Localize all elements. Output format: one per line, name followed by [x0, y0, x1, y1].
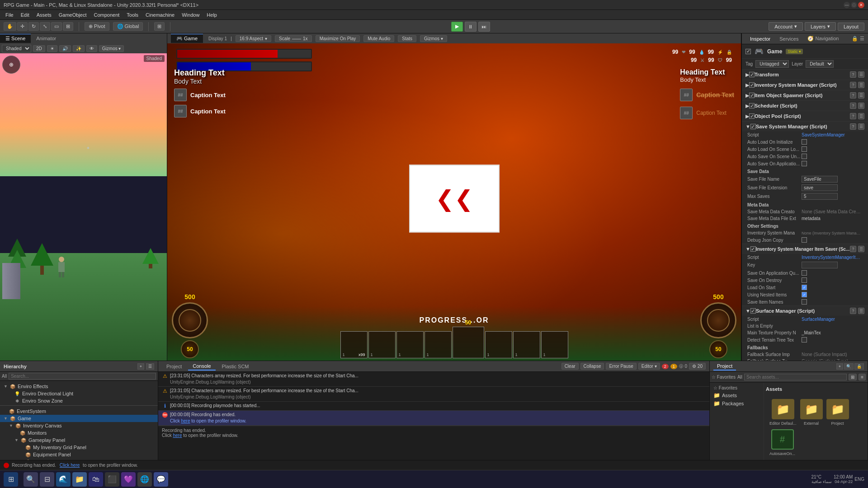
save-on-destroy-checkbox[interactable]: [802, 277, 807, 283]
saver-checkbox[interactable]: ✓: [750, 246, 756, 252]
clear-button[interactable]: Clear: [561, 363, 579, 370]
minimize-button[interactable]: —: [844, 2, 850, 8]
project-top-tab[interactable]: Project: [162, 363, 186, 370]
item-saver-header[interactable]: ▼ ✓ Inventory System Manager Item Saver …: [742, 244, 868, 254]
hotbar-slot-4[interactable]: 1: [425, 331, 452, 358]
hierarchy-item-game[interactable]: ▼ 📦 Game: [0, 415, 158, 422]
debug-json-checkbox[interactable]: [802, 237, 807, 243]
play-button[interactable]: ▶: [451, 22, 463, 32]
project-tab[interactable]: Project: [713, 362, 736, 371]
menu-edit[interactable]: Edit: [17, 11, 33, 19]
hierarchy-item-directional-light[interactable]: ▶ 💡 Enviro Directional Light: [0, 390, 158, 397]
move-tool[interactable]: ✛: [17, 22, 28, 31]
game-view-tab[interactable]: 🎮 Game: [171, 34, 203, 43]
gameobject-active-checkbox[interactable]: ✓: [745, 49, 751, 54]
transform-menu-icon[interactable]: ☰: [858, 71, 864, 78]
navigation-tab[interactable]: 🧭 Navigation: [803, 35, 843, 42]
hotbar-slot-2[interactable]: 1: [368, 331, 396, 358]
layer-dropdown[interactable]: Default: [806, 60, 834, 68]
hierarchy-item-enviro-effects[interactable]: ▼ 📦 Enviro Effects: [0, 383, 158, 390]
taskview-icon[interactable]: ⊟: [40, 472, 54, 487]
editor-button[interactable]: Editor ▾: [638, 363, 660, 370]
chrome-icon[interactable]: 🌐: [137, 472, 152, 487]
project-add-button[interactable]: +: [836, 363, 843, 370]
hierarchy-add-button[interactable]: +: [137, 363, 144, 370]
scale-control[interactable]: Scale —— 1x: [275, 35, 312, 42]
surf-checkbox[interactable]: ✓: [750, 308, 756, 314]
collapse-button[interactable]: Collapse: [580, 363, 604, 370]
inv-settings-icon[interactable]: ?: [850, 82, 856, 88]
pool-settings-icon[interactable]: ?: [850, 113, 856, 119]
console-message-4[interactable]: ⛔ [00:00:08] Recording has ended. Click …: [158, 411, 709, 426]
auto-save-app-checkbox[interactable]: [802, 161, 807, 166]
inspector-lock-icon[interactable]: 🔒: [852, 36, 858, 42]
sched-menu-icon[interactable]: ☰: [858, 103, 864, 109]
hierarchy-item-my-inventory[interactable]: ▶ 📦 My Inventory Grid Panel: [0, 444, 158, 451]
hierarchy-item-monitors[interactable]: ▶ 📦 Monitors: [0, 429, 158, 436]
project-tree-packages[interactable]: 📁 Packages: [712, 399, 762, 408]
hotbar-slot-center[interactable]: [453, 327, 484, 358]
save-on-quit-checkbox[interactable]: [802, 270, 807, 276]
load-on-start-checkbox[interactable]: ✓: [802, 285, 807, 290]
inspector-tab[interactable]: Inspector: [745, 35, 775, 42]
profiler-link[interactable]: here: [181, 418, 190, 423]
auto-load-scene-checkbox[interactable]: [802, 146, 807, 152]
surface-manager-header[interactable]: ▼ ✓ Surface Manager (Script) ? ☰: [742, 306, 868, 316]
transform-checkbox[interactable]: ✓: [749, 72, 755, 77]
inventory-manager-header[interactable]: ▶ ✓ Inventory System Manager (Script) ? …: [742, 80, 868, 90]
global-button[interactable]: 🌐 Global: [113, 22, 143, 31]
stats-button[interactable]: Stats: [398, 35, 416, 42]
hotbar-slot-1[interactable]: 1 x99: [340, 331, 368, 358]
sched-checkbox[interactable]: ✓: [749, 103, 755, 108]
scene-effects-button[interactable]: ✨: [73, 45, 85, 52]
spawner-menu-icon[interactable]: ☰: [858, 92, 864, 99]
shading-dropdown[interactable]: Shaded: [2, 45, 31, 52]
hierarchy-item-eventsystem[interactable]: ▶ 📦 EventSystem: [0, 408, 158, 415]
rotate-tool[interactable]: ↻: [28, 22, 39, 31]
hierarchy-item-snow-zone[interactable]: ▶ ❄ Enviro Snow Zone: [0, 397, 158, 404]
game-viewport[interactable]: 99 ❤ 99 💧 99 ⚡ 🔒 99 ⚔ 99 🛡: [167, 43, 741, 361]
console-tab[interactable]: Console: [188, 362, 215, 371]
asset-autosave[interactable]: # AutosaveOn...: [769, 429, 795, 456]
menu-cinemachine[interactable]: Cinemachine: [142, 11, 178, 19]
plastic-scm-tab[interactable]: Plastic SCM: [217, 363, 254, 370]
asset-project[interactable]: 📁 Project: [826, 399, 849, 426]
menu-component[interactable]: Component: [90, 11, 123, 19]
tag-dropdown[interactable]: Untagged: [755, 60, 789, 68]
hierarchy-search-input[interactable]: [9, 373, 156, 380]
project-filter-button[interactable]: ⊞: [849, 374, 857, 380]
save-file-name-input[interactable]: [802, 176, 838, 183]
hierarchy-menu-button[interactable]: ☰: [146, 363, 154, 370]
discord-icon[interactable]: 💬: [154, 472, 168, 487]
sched-settings-icon[interactable]: ?: [850, 103, 856, 109]
project-view-button[interactable]: ≡: [859, 374, 866, 380]
asset-editor-default[interactable]: 📁 Editor Defaul...: [769, 399, 797, 426]
using-nested-checkbox[interactable]: ✓: [802, 292, 807, 297]
gizmos-button[interactable]: Gizmos ▾: [99, 45, 124, 52]
save-system-header[interactable]: ▼ ✓ Save System Manager (Script) ? ☰: [742, 122, 868, 131]
pivot-button[interactable]: ⊕ Pivot: [85, 22, 109, 31]
maximize-on-play-button[interactable]: Maximize On Play: [316, 35, 360, 42]
profiler-click-link[interactable]: Click here: [60, 463, 80, 468]
hierarchy-item-gameplay-panel[interactable]: ▼ 📦 Gameplay Panel: [0, 436, 158, 444]
layers-dropdown[interactable]: Layers ▾: [805, 22, 836, 31]
pool-menu-icon[interactable]: ☰: [858, 113, 864, 119]
saver-menu-icon[interactable]: ☰: [858, 246, 864, 252]
windows-start-icon[interactable]: ⊞: [4, 472, 18, 487]
object-pool-header[interactable]: ▶ ✓ Object Pool (Script) ? ☰: [742, 111, 868, 121]
hierarchy-item-storage[interactable]: ▶ 📦 Storage Inventory Grid Panel: [0, 458, 158, 460]
edge-icon[interactable]: 🌊: [56, 472, 71, 487]
item-spawner-header[interactable]: ▶ ✓ Item Object Spawner (Script) ? ☰: [742, 90, 868, 100]
project-search-button[interactable]: 🔍: [844, 363, 854, 370]
transform-settings-icon[interactable]: ?: [850, 71, 856, 78]
auto-load-init-checkbox[interactable]: [802, 139, 807, 145]
scene-tab[interactable]: ☰ Scene: [0, 34, 31, 43]
scale-tool[interactable]: ⤡: [40, 22, 50, 31]
store-icon[interactable]: 🛍: [89, 472, 103, 487]
layout-dropdown[interactable]: Layout: [838, 23, 864, 31]
menu-file[interactable]: File: [2, 11, 17, 19]
vs-icon[interactable]: 💜: [121, 472, 136, 487]
gizmos-game-button[interactable]: Gizmos ▾: [420, 35, 447, 42]
hierarchy-item-inventory-canvas[interactable]: ▼ 📦 Inventory Canvas: [0, 422, 158, 429]
project-search-input[interactable]: [744, 374, 847, 380]
